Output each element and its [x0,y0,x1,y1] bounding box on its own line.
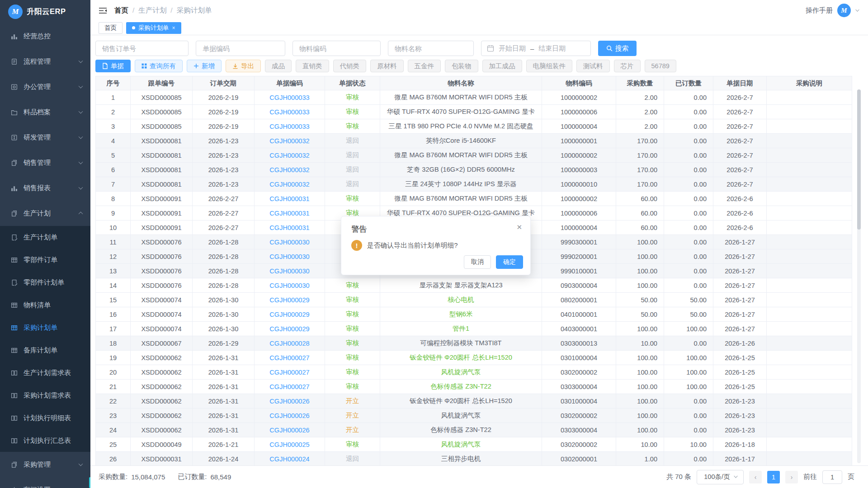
table-row[interactable]: 14XSDD0000762026-1-28CGJH000030审核显示器支架 显… [96,278,852,292]
sidebar-item-process-mgmt[interactable]: 流程管理 [0,49,90,74]
user-avatar[interactable]: M [837,4,851,17]
doc-no-link[interactable]: CGJH000030 [269,239,309,246]
sidebar-item-parts-order[interactable]: 零部件订单 [0,249,90,271]
collapse-sidebar-icon[interactable] [99,7,107,14]
category-button-测试料[interactable]: 测试料 [576,60,610,72]
category-button-包装物[interactable]: 包装物 [445,60,478,72]
user-menu-caret-icon[interactable] [855,8,859,12]
table-row[interactable]: 7XSDD0000812026-1-23CGJH000032退回三星 24英寸 … [96,177,852,191]
sidebar-item-sales-mgmt[interactable]: 销售管理 [0,150,90,175]
category-button-56789[interactable]: 56789 [645,60,676,72]
table-row[interactable]: 6XSDD0000812026-1-23CGJH000032退回芝奇 32GB … [96,162,852,177]
sidebar-item-purchase-plan-demand[interactable]: 采购计划需求表 [0,384,90,407]
table-row[interactable]: 1XSDD0000852026-2-19CGJH000033审核微星 MAG B… [96,90,852,104]
table-row[interactable]: 17XSDD0000742026-1-30CGJH000029审核管件10403… [96,321,852,336]
sidebar-item-production-plan-order[interactable]: 生产计划单 [0,226,90,249]
doc-no-link[interactable]: CGJH000031 [269,210,309,217]
next-page-button[interactable]: › [785,471,798,483]
category-button-五金件[interactable]: 五金件 [408,60,441,72]
doc-no-link[interactable]: CGJH000029 [269,296,309,304]
goto-page-input[interactable] [822,470,842,484]
page-size-select[interactable]: 100条/页 [697,470,744,484]
category-button-成品[interactable]: 成品 [265,60,292,72]
table-row[interactable]: 20XSDD0000622026-1-31CGJH000027审核风机旋涡气泵0… [96,365,852,379]
table-row[interactable]: 8XSDD0000912026-2-27CGJH000031审核微星 MAG B… [96,191,852,206]
doc-no-link[interactable]: CGJH000032 [269,137,309,145]
manual-link[interactable]: 操作手册 [806,6,833,15]
date-range-picker[interactable]: 开始日期 – 结束日期 [481,41,591,56]
sidebar-item-plan-exec-summary[interactable]: 计划执行汇总表 [0,429,90,452]
current-page-button[interactable]: 1 [767,471,780,483]
sidebar-item-production-plan-demand[interactable]: 生产计划需求表 [0,361,90,384]
sidebar-item-material-archive[interactable]: 料品档案 [0,99,90,125]
table-row[interactable]: 15XSDD0000742026-1-30CGJH000029审核核心电机080… [96,292,852,307]
sidebar-item-stock-plan-order[interactable]: 备库计划单 [0,339,90,361]
doc-code-input[interactable] [196,41,285,56]
category-button-加工成品[interactable]: 加工成品 [482,60,522,72]
category-button-直销类[interactable]: 直销类 [296,60,329,72]
table-row[interactable]: 19XSDD0000622026-1-31CGJH000027审核钣金铰链件 Φ… [96,350,852,365]
doc-no-link[interactable]: CGJH000032 [269,152,309,159]
table-row[interactable]: 25XSDD0000492026-1-21CGJH000025审核风机旋涡气泵0… [96,437,852,451]
query-all-button[interactable]: 查询所有 [135,60,183,72]
doc-no-link[interactable]: CGJH000031 [269,224,309,231]
cancel-button[interactable]: 取消 [464,255,491,269]
sidebar-item-parts-plan-order[interactable]: 零部件计划单 [0,271,90,294]
table-row[interactable]: 3XSDD0000852026-2-19CGJH000033审核三星 1TB 9… [96,119,852,133]
category-button-原材料[interactable]: 原材料 [370,60,404,72]
document-button[interactable]: 单据 [95,60,131,72]
sidebar-item-purchase-mgmt[interactable]: 采购管理 [0,452,90,477]
material-name-input[interactable] [388,41,474,56]
doc-no-link[interactable]: CGJH000027 [269,369,309,376]
table-row[interactable]: 23XSDD0000622026-1-31CGJH000026开立风机旋涡气泵0… [96,408,852,422]
doc-no-link[interactable]: CGJH000024 [269,455,309,463]
sales-order-input[interactable] [95,41,189,56]
sidebar-item-dashboard[interactable]: 经营总控 [0,23,90,49]
prev-page-button[interactable]: ‹ [749,471,762,483]
doc-no-link[interactable]: CGJH000032 [269,181,309,188]
category-button-电脑组装件[interactable]: 电脑组装件 [526,60,573,72]
tab-close-icon[interactable]: × [172,25,175,31]
export-button[interactable]: 导出 [226,60,261,72]
doc-no-link[interactable]: CGJH000030 [269,282,309,289]
sidebar-item-purchase-plan-order[interactable]: 采购计划单 [0,316,90,339]
category-button-芯片[interactable]: 芯片 [614,60,641,72]
search-button[interactable]: 搜索 [598,41,637,56]
doc-no-link[interactable]: CGJH000031 [269,195,309,202]
table-row[interactable]: 26XSDD0000312026-1-24CGJH000024退回三相异步电机0… [96,451,852,466]
doc-no-link[interactable]: CGJH000027 [269,383,309,390]
tab-purchase-plan-order[interactable]: 采购计划单 × [126,22,181,34]
sidebar-item-sales-report[interactable]: 销售报表 [0,175,90,201]
table-row[interactable]: 24XSDD0000622026-1-31CGJH000026开立色标传感器 Z… [96,422,852,437]
doc-no-link[interactable]: CGJH000033 [269,108,309,116]
sidebar-item-plan-exec-detail[interactable]: 计划执行明细表 [0,407,90,429]
table-row[interactable]: 4XSDD0000812026-1-23CGJH000032退回英特尔Core … [96,133,852,148]
doc-no-link[interactable]: CGJH000029 [269,311,309,318]
doc-no-link[interactable]: CGJH000026 [269,398,309,405]
doc-no-link[interactable]: CGJH000033 [269,94,309,101]
breadcrumb-production-plan[interactable]: 生产计划 [138,6,166,15]
material-code-input[interactable] [292,41,381,56]
table-row[interactable]: 2XSDD0000852026-2-19CGJH000033审核华硕 TUF-R… [96,104,852,119]
doc-no-link[interactable]: CGJH000028 [269,340,309,347]
doc-no-link[interactable]: CGJH000027 [269,354,309,361]
sidebar-item-workshop-settings[interactable]: 车间设置 [0,477,90,488]
table-row[interactable]: 5XSDD0000812026-1-23CGJH000032退回微星 MAG B… [96,148,852,162]
table-scrollbar-thumb[interactable] [857,89,861,230]
doc-no-link[interactable]: CGJH000033 [269,123,309,130]
table-row[interactable]: 21XSDD0000622026-1-31CGJH000027审核色标传感器 Z… [96,379,852,394]
sidebar-item-production-plan[interactable]: 生产计划 [0,201,90,226]
sidebar-item-office-mgmt[interactable]: 办公管理 [0,74,90,99]
table-row[interactable]: 22XSDD0000622026-1-31CGJH000026开立钣金铰链件 Φ… [96,394,852,408]
table-row[interactable]: 18XSDD0000672026-1-29CGJH000028审核可编程控制器模… [96,336,852,350]
doc-no-link[interactable]: CGJH000032 [269,166,309,174]
doc-no-link[interactable]: CGJH000030 [269,267,309,275]
confirm-button[interactable]: 确定 [496,255,523,269]
table-scrollbar-track[interactable] [857,89,861,463]
add-button[interactable]: 新增 [187,60,222,72]
dialog-close-icon[interactable]: ✕ [516,223,522,231]
breadcrumb-home[interactable]: 首页 [114,6,128,15]
category-button-代销类[interactable]: 代销类 [333,60,367,72]
sidebar-item-rd-mgmt[interactable]: 研发管理 [0,125,90,150]
doc-no-link[interactable]: CGJH000025 [269,441,309,448]
